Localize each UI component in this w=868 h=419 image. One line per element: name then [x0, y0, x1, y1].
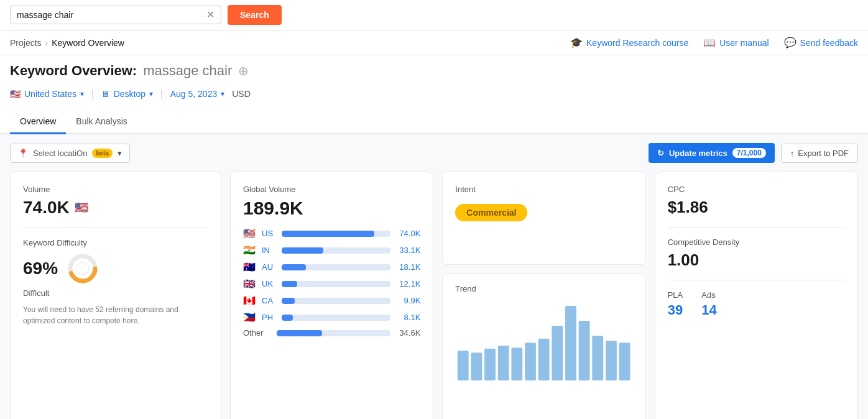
volume-label: Volume: [23, 185, 208, 194]
refresh-icon: ↻: [657, 149, 664, 158]
global-volume-value: 189.9K: [243, 198, 420, 219]
trend-label: Trend: [455, 284, 632, 293]
keyword-course-label: Keyword Research course: [586, 38, 688, 48]
country-bar-fill: [282, 264, 306, 270]
trend-bar: [512, 348, 523, 380]
country-code[interactable]: PH: [262, 313, 277, 322]
tab-overview[interactable]: Overview: [10, 109, 66, 134]
trend-bar: [484, 349, 496, 380]
trend-bar: [619, 343, 630, 380]
filters-row: 🇺🇸 United States ▾ | 🖥 Desktop ▾ | Aug 5…: [10, 86, 858, 109]
difficulty-row: 69%: [23, 252, 208, 285]
device-filter-button[interactable]: 🖥 Desktop ▾: [101, 86, 153, 101]
toolbar: 📍 Select locatiOn beta ▾ ↻ Update metric…: [0, 134, 868, 172]
export-label: Export to PDF: [798, 149, 849, 158]
global-volume-label: Global Volume: [243, 185, 420, 194]
add-keyword-icon[interactable]: ⊕: [238, 63, 249, 78]
page-title-keyword: massage chair: [143, 63, 232, 79]
country-bar-bg: [282, 264, 390, 270]
export-pdf-button[interactable]: ↑ Export to PDF: [781, 144, 858, 163]
trend-bar: [538, 339, 550, 380]
send-feedback-label: Send feedback: [800, 38, 858, 48]
filter-separator-2: |: [160, 89, 163, 99]
breadcrumb: Projects › Keyword Overview: [10, 38, 124, 48]
trend-bar: [565, 306, 576, 380]
location-select-chevron-icon: ▾: [118, 149, 122, 158]
difficulty-text: Difficult: [23, 288, 208, 298]
toolbar-right: ↻ Update metrics 7/1,000 ↑ Export to PDF: [649, 143, 858, 163]
country-bar-bg: [282, 281, 390, 287]
device-label: Desktop: [114, 89, 145, 99]
tab-bulk-analysis[interactable]: Bulk Analysis: [66, 109, 137, 134]
beta-badge: beta: [92, 149, 113, 158]
country-code[interactable]: UK: [262, 279, 277, 288]
country-bar-fill: [282, 281, 297, 287]
top-links: 🎓 Keyword Research course 📖 User manual …: [570, 37, 858, 48]
country-bar-bg: [282, 298, 390, 304]
country-flag: 🇮🇳: [243, 244, 257, 256]
location-pin-icon: 📍: [18, 149, 28, 158]
search-button[interactable]: Search: [228, 5, 282, 25]
page-title-label: Keyword Overview:: [10, 63, 137, 79]
breadcrumb-separator: ›: [45, 38, 48, 48]
user-manual-link[interactable]: 📖 User manual: [703, 37, 769, 48]
location-filter-button[interactable]: 🇺🇸 United States ▾: [10, 86, 84, 101]
country-bar-fill: [282, 298, 295, 304]
country-code[interactable]: US: [262, 229, 277, 238]
comp-density-label: Competitive Density: [668, 237, 845, 247]
send-feedback-link[interactable]: 💬 Send feedback: [784, 37, 858, 48]
metrics-divider-2: [668, 280, 845, 280]
cards-grid: Volume 74.0K 🇺🇸 Keyword Difficulty 69% D…: [0, 172, 868, 419]
select-location-label: Select locatiOn: [33, 149, 87, 158]
search-input[interactable]: [17, 10, 201, 20]
metrics-divider-1: [668, 227, 845, 228]
volume-flag: 🇺🇸: [75, 201, 88, 214]
country-code[interactable]: IN: [262, 246, 277, 255]
country-bar-bg: [282, 315, 390, 321]
country-value: 8.1K: [395, 313, 420, 322]
page-header: Keyword Overview: massage chair ⊕ 🇺🇸 Uni…: [0, 55, 868, 109]
countries-list: 🇺🇸 US 74.0K 🇮🇳 IN 33.1K 🇦🇺 AU 18.1K 🇬🇧 U…: [243, 228, 420, 323]
breadcrumb-current: Keyword Overview: [52, 38, 124, 48]
trend-bars-svg: [455, 300, 632, 380]
other-bar-bg: [277, 330, 390, 336]
device-chevron-icon: ▾: [149, 90, 153, 98]
ads-section: Ads 14: [701, 290, 716, 318]
country-row: 🇦🇺 AU 18.1K: [243, 261, 420, 273]
page-title: Keyword Overview: massage chair ⊕: [10, 63, 858, 79]
country-code[interactable]: CA: [262, 296, 277, 305]
comp-density-value: 1.00: [668, 251, 845, 270]
filter-separator: |: [91, 89, 94, 99]
date-chevron-icon: ▾: [221, 90, 224, 98]
country-flag: 🇬🇧: [243, 278, 257, 290]
svg-point-2: [76, 262, 89, 275]
trend-bar: [579, 321, 590, 380]
search-input-wrapper: ✕: [10, 6, 221, 24]
clear-icon[interactable]: ✕: [206, 10, 215, 20]
breadcrumb-parent[interactable]: Projects: [10, 38, 42, 48]
update-metrics-label: Update metrics: [669, 149, 727, 158]
select-location-button[interactable]: 📍 Select locatiOn beta ▾: [10, 144, 130, 163]
trend-bar: [606, 341, 617, 380]
country-bar-fill: [282, 247, 323, 254]
country-bar-fill: [282, 315, 293, 321]
date-filter-button[interactable]: Aug 5, 2023 ▾: [170, 86, 225, 101]
country-value: 74.0K: [395, 229, 420, 238]
manual-icon: 📖: [703, 37, 716, 48]
other-bar-fill: [277, 330, 322, 336]
ads-value: 14: [701, 302, 716, 318]
location-flag: 🇺🇸: [10, 89, 21, 99]
country-row: 🇵🇭 PH 8.1K: [243, 311, 420, 323]
trend-card: Trend: [442, 274, 645, 419]
other-value: 34.6K: [395, 328, 420, 338]
pla-ads-row: PLA 39 Ads 14: [668, 290, 845, 318]
volume-card: Volume 74.0K 🇺🇸 Keyword Difficulty 69% D…: [10, 172, 221, 419]
keyword-research-course-link[interactable]: 🎓 Keyword Research course: [570, 37, 688, 48]
location-chevron-icon: ▾: [80, 90, 84, 98]
country-value: 18.1K: [395, 262, 420, 272]
country-flag: 🇨🇦: [243, 295, 257, 306]
tabs-row: Overview Bulk Analysis: [0, 109, 868, 134]
currency-label: USD: [232, 89, 251, 99]
country-code[interactable]: AU: [262, 262, 277, 272]
update-metrics-button[interactable]: ↻ Update metrics 7/1,000: [649, 143, 775, 163]
